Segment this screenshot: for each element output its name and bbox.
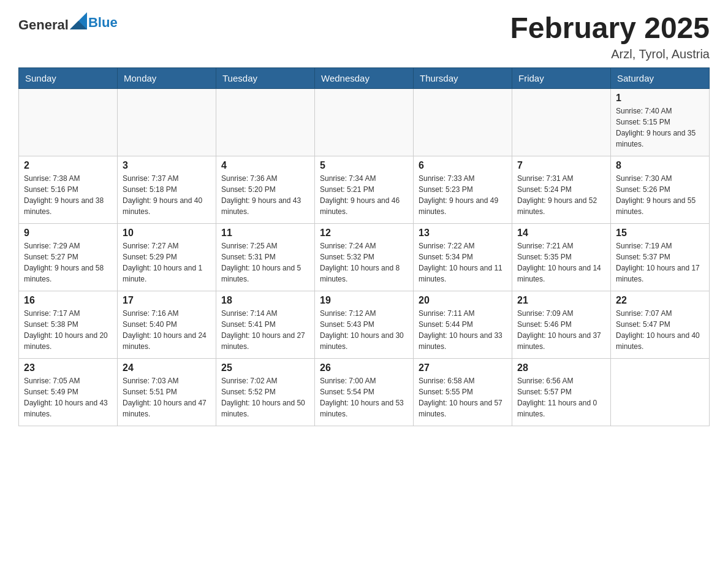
- location: Arzl, Tyrol, Austria: [510, 47, 710, 61]
- day-info-15: Sunrise: 7:19 AMSunset: 5:37 PMDaylight:…: [616, 240, 704, 285]
- day-info-28: Sunrise: 6:56 AMSunset: 5:57 PMDaylight:…: [517, 375, 605, 419]
- day-number-14: 14: [517, 228, 605, 239]
- calendar-cell-0-2: [216, 88, 315, 156]
- logo-blue-text: Blue: [88, 15, 118, 31]
- day-info-10: Sunrise: 7:27 AMSunset: 5:29 PMDaylight:…: [123, 240, 211, 285]
- day-info-5: Sunrise: 7:34 AMSunset: 5:21 PMDaylight:…: [320, 173, 408, 217]
- calendar-cell-1-3: 5Sunrise: 7:34 AMSunset: 5:21 PMDaylight…: [315, 156, 414, 223]
- calendar-cell-4-2: 25Sunrise: 7:02 AMSunset: 5:52 PMDayligh…: [216, 358, 315, 426]
- calendar-cell-3-2: 18Sunrise: 7:14 AMSunset: 5:41 PMDayligh…: [216, 291, 315, 358]
- day-number-3: 3: [123, 160, 211, 171]
- calendar-cell-0-6: 1Sunrise: 7:40 AMSunset: 5:15 PMDaylight…: [611, 88, 710, 156]
- header-sunday: Sunday: [19, 67, 118, 88]
- week-row-2: 2Sunrise: 7:38 AMSunset: 5:16 PMDaylight…: [19, 156, 710, 223]
- day-number-21: 21: [517, 295, 605, 306]
- logo-text: General: [18, 12, 88, 33]
- day-number-5: 5: [320, 160, 408, 171]
- day-number-24: 24: [123, 362, 211, 373]
- calendar-cell-1-1: 3Sunrise: 7:37 AMSunset: 5:18 PMDaylight…: [118, 156, 216, 223]
- calendar-cell-4-0: 23Sunrise: 7:05 AMSunset: 5:49 PMDayligh…: [19, 358, 118, 426]
- calendar-cell-2-4: 13Sunrise: 7:22 AMSunset: 5:34 PMDayligh…: [414, 223, 512, 291]
- day-info-6: Sunrise: 7:33 AMSunset: 5:23 PMDaylight:…: [419, 173, 507, 217]
- calendar-cell-4-4: 27Sunrise: 6:58 AMSunset: 5:55 PMDayligh…: [414, 358, 512, 426]
- day-info-9: Sunrise: 7:29 AMSunset: 5:27 PMDaylight:…: [24, 240, 112, 285]
- day-number-28: 28: [517, 362, 605, 373]
- title-block: February 2025 Arzl, Tyrol, Austria: [510, 12, 710, 61]
- day-number-16: 16: [24, 295, 112, 306]
- calendar-cell-2-1: 10Sunrise: 7:27 AMSunset: 5:29 PMDayligh…: [118, 223, 216, 291]
- calendar-cell-2-0: 9Sunrise: 7:29 AMSunset: 5:27 PMDaylight…: [19, 223, 118, 291]
- calendar-cell-3-0: 16Sunrise: 7:17 AMSunset: 5:38 PMDayligh…: [19, 291, 118, 358]
- day-info-11: Sunrise: 7:25 AMSunset: 5:31 PMDaylight:…: [221, 240, 309, 285]
- day-number-23: 23: [24, 362, 112, 373]
- calendar-cell-3-5: 21Sunrise: 7:09 AMSunset: 5:46 PMDayligh…: [512, 291, 611, 358]
- calendar-cell-1-5: 7Sunrise: 7:31 AMSunset: 5:24 PMDaylight…: [512, 156, 611, 223]
- day-number-4: 4: [221, 160, 309, 171]
- day-info-8: Sunrise: 7:30 AMSunset: 5:26 PMDaylight:…: [616, 173, 704, 217]
- day-number-7: 7: [517, 160, 605, 171]
- day-info-21: Sunrise: 7:09 AMSunset: 5:46 PMDaylight:…: [517, 308, 605, 352]
- day-info-26: Sunrise: 7:00 AMSunset: 5:54 PMDaylight:…: [320, 375, 408, 419]
- calendar-cell-4-6: [611, 358, 710, 426]
- calendar-cell-3-6: 22Sunrise: 7:07 AMSunset: 5:47 PMDayligh…: [611, 291, 710, 358]
- calendar-cell-0-4: [414, 88, 512, 156]
- calendar-cell-1-6: 8Sunrise: 7:30 AMSunset: 5:26 PMDaylight…: [611, 156, 710, 223]
- day-number-18: 18: [221, 295, 309, 306]
- header-friday: Friday: [512, 67, 611, 88]
- day-info-14: Sunrise: 7:21 AMSunset: 5:35 PMDaylight:…: [517, 240, 605, 285]
- day-number-6: 6: [419, 160, 507, 171]
- day-number-12: 12: [320, 228, 408, 239]
- day-info-1: Sunrise: 7:40 AMSunset: 5:15 PMDaylight:…: [616, 105, 704, 150]
- calendar-cell-2-3: 12Sunrise: 7:24 AMSunset: 5:32 PMDayligh…: [315, 223, 414, 291]
- calendar-cell-2-6: 15Sunrise: 7:19 AMSunset: 5:37 PMDayligh…: [611, 223, 710, 291]
- calendar-cell-0-3: [315, 88, 414, 156]
- day-number-13: 13: [419, 228, 507, 239]
- week-row-5: 23Sunrise: 7:05 AMSunset: 5:49 PMDayligh…: [19, 358, 710, 426]
- calendar-table: Sunday Monday Tuesday Wednesday Thursday…: [18, 67, 710, 426]
- calendar-cell-4-5: 28Sunrise: 6:56 AMSunset: 5:57 PMDayligh…: [512, 358, 611, 426]
- calendar-cell-3-1: 17Sunrise: 7:16 AMSunset: 5:40 PMDayligh…: [118, 291, 216, 358]
- header-tuesday: Tuesday: [216, 67, 315, 88]
- day-number-25: 25: [221, 362, 309, 373]
- header-monday: Monday: [118, 67, 216, 88]
- day-number-26: 26: [320, 362, 408, 373]
- day-info-16: Sunrise: 7:17 AMSunset: 5:38 PMDaylight:…: [24, 308, 112, 352]
- day-number-2: 2: [24, 160, 112, 171]
- day-number-19: 19: [320, 295, 408, 306]
- calendar-cell-3-4: 20Sunrise: 7:11 AMSunset: 5:44 PMDayligh…: [414, 291, 512, 358]
- day-info-2: Sunrise: 7:38 AMSunset: 5:16 PMDaylight:…: [24, 173, 112, 217]
- day-number-9: 9: [24, 228, 112, 239]
- day-info-25: Sunrise: 7:02 AMSunset: 5:52 PMDaylight:…: [221, 375, 309, 419]
- week-row-1: 1Sunrise: 7:40 AMSunset: 5:15 PMDaylight…: [19, 88, 710, 156]
- day-info-3: Sunrise: 7:37 AMSunset: 5:18 PMDaylight:…: [123, 173, 211, 217]
- header-thursday: Thursday: [414, 67, 512, 88]
- logo: General Blue: [18, 12, 118, 33]
- calendar-cell-2-5: 14Sunrise: 7:21 AMSunset: 5:35 PMDayligh…: [512, 223, 611, 291]
- day-info-18: Sunrise: 7:14 AMSunset: 5:41 PMDaylight:…: [221, 308, 309, 352]
- day-info-13: Sunrise: 7:22 AMSunset: 5:34 PMDaylight:…: [419, 240, 507, 285]
- calendar-cell-0-0: [19, 88, 118, 156]
- day-info-7: Sunrise: 7:31 AMSunset: 5:24 PMDaylight:…: [517, 173, 605, 217]
- day-number-22: 22: [616, 295, 704, 306]
- day-number-11: 11: [221, 228, 309, 239]
- week-row-4: 16Sunrise: 7:17 AMSunset: 5:38 PMDayligh…: [19, 291, 710, 358]
- weekday-header-row: Sunday Monday Tuesday Wednesday Thursday…: [19, 67, 710, 88]
- day-info-20: Sunrise: 7:11 AMSunset: 5:44 PMDaylight:…: [419, 308, 507, 352]
- day-info-27: Sunrise: 6:58 AMSunset: 5:55 PMDaylight:…: [419, 375, 507, 419]
- week-row-3: 9Sunrise: 7:29 AMSunset: 5:27 PMDaylight…: [19, 223, 710, 291]
- day-info-24: Sunrise: 7:03 AMSunset: 5:51 PMDaylight:…: [123, 375, 211, 419]
- calendar-cell-2-2: 11Sunrise: 7:25 AMSunset: 5:31 PMDayligh…: [216, 223, 315, 291]
- day-number-27: 27: [419, 362, 507, 373]
- day-number-10: 10: [123, 228, 211, 239]
- header-saturday: Saturday: [611, 67, 710, 88]
- page-header: General Blue February 2025 Arzl, Tyrol, …: [18, 12, 710, 61]
- calendar-cell-3-3: 19Sunrise: 7:12 AMSunset: 5:43 PMDayligh…: [315, 291, 414, 358]
- month-title: February 2025: [510, 12, 710, 45]
- day-info-4: Sunrise: 7:36 AMSunset: 5:20 PMDaylight:…: [221, 173, 309, 217]
- day-info-19: Sunrise: 7:12 AMSunset: 5:43 PMDaylight:…: [320, 308, 408, 352]
- day-info-22: Sunrise: 7:07 AMSunset: 5:47 PMDaylight:…: [616, 308, 704, 352]
- calendar-cell-1-4: 6Sunrise: 7:33 AMSunset: 5:23 PMDaylight…: [414, 156, 512, 223]
- calendar-cell-1-0: 2Sunrise: 7:38 AMSunset: 5:16 PMDaylight…: [19, 156, 118, 223]
- day-info-12: Sunrise: 7:24 AMSunset: 5:32 PMDaylight:…: [320, 240, 408, 285]
- header-wednesday: Wednesday: [315, 67, 414, 88]
